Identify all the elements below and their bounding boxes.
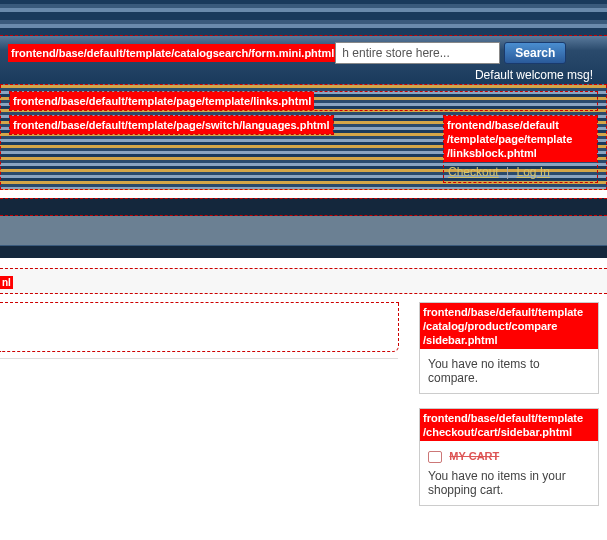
header-search-region: frontend/base/default/template/catalogse… [0, 35, 607, 85]
hint-linksblock: frontend/base/default /template/page/tem… [444, 116, 597, 162]
cart-title-row: MY CART [428, 449, 590, 463]
compare-sidebar: frontend/base/default/template /catalog/… [419, 302, 599, 394]
band-dark [0, 246, 607, 258]
language-switcher: frontend/base/default/template/page/swit… [9, 115, 334, 135]
hint-cart-sidebar: frontend/base/default/template /checkout… [420, 409, 598, 441]
cart-title: MY CART [449, 450, 499, 462]
links-block: frontend/base/default /template/page/tem… [443, 115, 598, 183]
sidebar: frontend/base/default/template /catalog/… [419, 302, 599, 506]
hint-search-form: frontend/base/default/template/catalogse… [8, 44, 337, 62]
hint-breadcrumb-suffix: nl [0, 276, 13, 289]
header-links-region: frontend/base/default/template/page/temp… [0, 85, 607, 190]
hint-languages: frontend/base/default/template/page/swit… [10, 116, 333, 134]
nav-bar [0, 198, 607, 216]
cart-sidebar: frontend/base/default/template /checkout… [419, 408, 599, 506]
cart-empty-text: You have no items in your shopping cart. [428, 469, 590, 497]
hint-compare-sidebar: frontend/base/default/template /catalog/… [420, 303, 598, 349]
breadcrumbs-region: nl [0, 268, 607, 294]
content-region: frontend/base/default/template /catalog/… [0, 294, 607, 506]
search-form: frontend/base/default/template/catalogse… [8, 42, 599, 64]
top-links-container: frontend/base/default/template/page/temp… [9, 91, 598, 111]
cart-icon [428, 451, 442, 463]
main-column [0, 302, 399, 352]
checkout-link[interactable]: Checkout [448, 165, 499, 179]
links-line: Checkout | Log In [444, 162, 597, 182]
search-input[interactable] [335, 42, 500, 64]
compare-empty-text: You have no items to compare. [420, 349, 598, 393]
login-link[interactable]: Log In [517, 165, 550, 179]
search-button[interactable]: Search [504, 42, 566, 64]
hint-links: frontend/base/default/template/page/temp… [10, 92, 314, 110]
header-stripe-top [0, 0, 607, 35]
welcome-message: Default welcome msg! [8, 64, 599, 84]
cart-body: MY CART You have no items in your shoppi… [420, 441, 598, 505]
band-bluegray [0, 216, 607, 246]
separator: | [506, 165, 509, 179]
